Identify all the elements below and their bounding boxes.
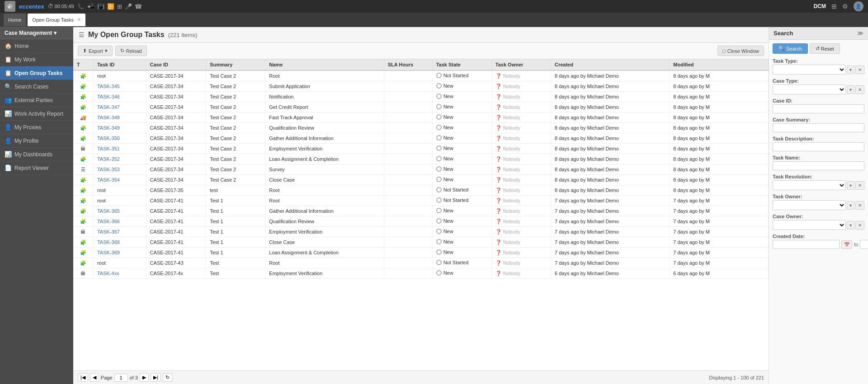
row-task-id[interactable]: TASK-4xx xyxy=(93,268,146,279)
dial-icon[interactable]: ☎ xyxy=(135,3,142,10)
tab-open-group-tasks[interactable]: Open Group Tasks ✕ xyxy=(28,14,85,26)
row-task-id[interactable]: TASK-350 xyxy=(93,133,146,144)
case-summary-input[interactable] xyxy=(773,123,864,132)
task-id-link[interactable]: TASK-349 xyxy=(97,125,120,131)
sidebar-item-my-work[interactable]: 📋 My Work xyxy=(0,53,73,66)
case-type-x-btn[interactable]: ✕ xyxy=(855,85,864,94)
sidebar-item-report-viewer[interactable]: 📄 Report Viewer xyxy=(0,161,73,175)
phone-icon-3[interactable]: 📳 xyxy=(97,3,104,10)
sidebar-item-my-proxies[interactable]: 👤 My Proxies xyxy=(0,121,73,134)
task-resolution-select[interactable] xyxy=(773,180,846,190)
task-type-x-btn[interactable]: ✕ xyxy=(855,66,864,74)
task-owner-x-btn[interactable]: ✕ xyxy=(855,201,864,210)
created-date-to-input[interactable] xyxy=(860,240,868,249)
phone-icon-4[interactable]: 📴 xyxy=(107,3,114,10)
task-id-link[interactable]: TASK-367 xyxy=(97,229,120,234)
reset-btn[interactable]: ↺ Reset xyxy=(810,43,840,54)
sidebar-item-search-cases[interactable]: 🔍 Search Cases xyxy=(0,80,73,94)
grid-icon[interactable]: ⊞ xyxy=(117,3,122,10)
row-task-id[interactable]: TASK-347 xyxy=(93,102,146,112)
task-name-input[interactable] xyxy=(773,161,864,170)
task-id-link[interactable]: TASK-4xx xyxy=(97,271,119,276)
case-type-clear-btn[interactable]: ▾ xyxy=(847,85,854,94)
row-task-id[interactable]: TASK-346 xyxy=(93,92,146,102)
reload-button[interactable]: ↻ Reload xyxy=(115,46,147,56)
task-id-link[interactable]: TASK-366 xyxy=(97,219,120,224)
menu-icon[interactable]: ☰ xyxy=(79,31,85,38)
row-task-id[interactable]: TASK-349 xyxy=(93,123,146,133)
created-date-from-input[interactable] xyxy=(773,240,840,249)
page-number-input[interactable] xyxy=(114,374,128,382)
col-task-id[interactable]: Task ID xyxy=(93,59,146,70)
task-id-link[interactable]: TASK-350 xyxy=(97,136,120,141)
row-task-id[interactable]: TASK-351 xyxy=(93,144,146,154)
task-resolution-x-btn[interactable]: ✕ xyxy=(855,181,864,190)
task-id-link[interactable]: TASK-347 xyxy=(97,104,120,110)
sidebar-item-my-dashboards[interactable]: 📊 My Dashboards xyxy=(0,148,73,161)
case-owner-clear-btn[interactable]: ▾ xyxy=(847,221,854,229)
task-id-link[interactable]: TASK-365 xyxy=(97,208,120,214)
mic-icon[interactable]: 🎤 xyxy=(125,3,132,10)
sidebar-item-home[interactable]: 🏠 Home xyxy=(0,39,73,53)
task-owner-select[interactable] xyxy=(773,200,846,210)
sidebar-item-external-parties[interactable]: 👥 External Parties xyxy=(0,94,73,107)
phone-icon-1[interactable]: 📞 xyxy=(77,3,85,10)
col-task-owner[interactable]: Task Owner xyxy=(491,59,551,70)
col-sla-hours[interactable]: SLA Hours xyxy=(384,59,432,70)
phone-icon-2[interactable]: 📲 xyxy=(87,3,94,10)
created-date-from-cal-btn[interactable]: 📅 xyxy=(841,240,852,249)
close-window-button[interactable]: □ Close Window xyxy=(717,46,764,56)
case-id-input[interactable] xyxy=(773,104,864,113)
col-summary[interactable]: Summary xyxy=(206,59,265,70)
sidebar-item-work-activity-report[interactable]: 📊 Work Activity Report xyxy=(0,107,73,121)
col-modified[interactable]: Modified xyxy=(670,59,769,70)
task-id-link[interactable]: TASK-352 xyxy=(97,156,120,162)
row-task-id[interactable]: TASK-369 xyxy=(93,248,146,258)
col-name[interactable]: Name xyxy=(265,59,384,70)
task-id-link[interactable]: TASK-369 xyxy=(97,250,120,255)
task-type-select[interactable] xyxy=(773,65,846,75)
user-avatar[interactable]: 👤 xyxy=(854,1,863,11)
task-id-link[interactable]: TASK-348 xyxy=(97,115,120,120)
task-description-input[interactable] xyxy=(773,142,864,151)
task-type-clear-btn[interactable]: ▾ xyxy=(847,66,854,74)
task-id-link[interactable]: TASK-346 xyxy=(97,94,120,99)
row-task-id[interactable]: TASK-365 xyxy=(93,206,146,216)
row-task-id[interactable]: TASK-352 xyxy=(93,154,146,164)
col-task-state[interactable]: Task State xyxy=(432,59,491,70)
first-page-btn[interactable]: |◀ xyxy=(78,373,88,382)
task-id-link[interactable]: TASK-351 xyxy=(97,146,120,151)
task-id-link[interactable]: TASK-345 xyxy=(97,84,120,89)
case-owner-x-btn[interactable]: ✕ xyxy=(855,221,864,229)
last-page-btn[interactable]: ▶| xyxy=(151,373,161,382)
col-case-id[interactable]: Case ID xyxy=(146,59,206,70)
row-task-id[interactable]: TASK-345 xyxy=(93,81,146,92)
task-id-link[interactable]: TASK-368 xyxy=(97,239,120,245)
close-tab-icon[interactable]: ✕ xyxy=(77,17,81,22)
col-created[interactable]: Created xyxy=(551,59,669,70)
export-button[interactable]: ⬆ Export ▾ xyxy=(78,46,113,56)
row-task-id[interactable]: TASK-368 xyxy=(93,237,146,248)
grid-apps-icon[interactable]: ⊞ xyxy=(831,3,837,10)
tab-home[interactable]: Home xyxy=(4,14,26,26)
sidebar-item-open-group-tasks[interactable]: 📋 Open Group Tasks xyxy=(0,66,73,80)
refresh-btn[interactable]: ↻ xyxy=(163,373,172,382)
row-task-id[interactable]: TASK-354 xyxy=(93,175,146,185)
settings-icon[interactable]: ⚙ xyxy=(842,3,848,10)
sidebar-section-header[interactable]: Case Management ▾ xyxy=(0,27,73,39)
case-type-select[interactable] xyxy=(773,84,846,94)
task-resolution-clear-btn[interactable]: ▾ xyxy=(847,181,854,190)
search-panel-expand-icon[interactable]: ≫ xyxy=(857,30,863,37)
row-task-id[interactable]: TASK-366 xyxy=(93,216,146,227)
task-id-link[interactable]: TASK-353 xyxy=(97,167,120,172)
case-owner-select[interactable] xyxy=(773,220,846,230)
next-page-btn[interactable]: ▶ xyxy=(140,373,149,382)
row-task-id[interactable]: TASK-348 xyxy=(93,112,146,123)
row-task-id[interactable]: TASK-367 xyxy=(93,227,146,237)
col-type[interactable]: T xyxy=(73,59,93,70)
task-owner-clear-btn[interactable]: ▾ xyxy=(847,201,854,210)
sidebar-item-my-profile[interactable]: 👤 My Profile xyxy=(0,134,73,148)
row-task-id[interactable]: TASK-353 xyxy=(93,164,146,175)
task-id-link[interactable]: TASK-354 xyxy=(97,177,120,183)
search-btn[interactable]: 🔍 Search xyxy=(773,43,808,54)
